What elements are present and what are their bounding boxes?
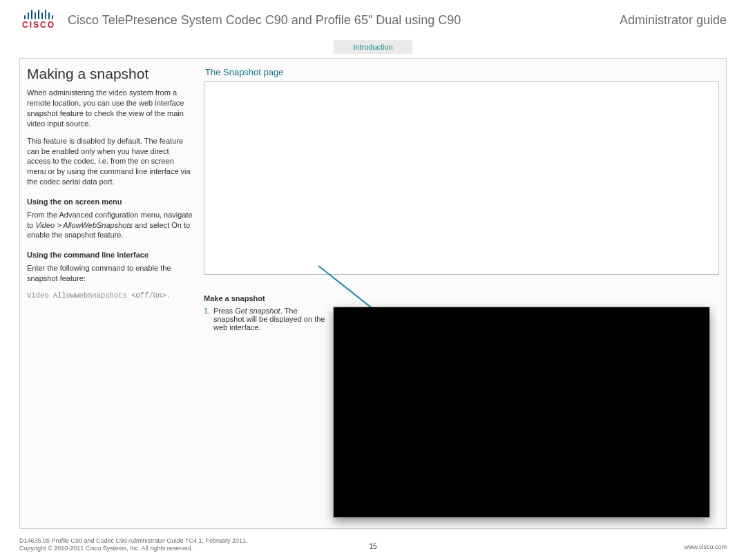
page-footer: D14635.05 Profile C90 and Codec C90 Admi… bbox=[19, 537, 727, 553]
steps-heading: Make a snapshot bbox=[204, 294, 328, 302]
intro-paragraph-1: When administering the video system from… bbox=[27, 88, 193, 128]
subnav: Introduction bbox=[0, 40, 746, 54]
cisco-logo-bars-icon bbox=[19, 8, 58, 19]
right-column: The Snapshot page Make a snapshot 1. Pre… bbox=[204, 64, 719, 521]
footer-copyright: Copyright © 2010-2011 Cisco Systems, Inc… bbox=[19, 545, 352, 553]
steps-block: Make a snapshot 1. Press Get snapshot. T… bbox=[204, 294, 328, 331]
intro-paragraph-2: This feature is disabled by default. The… bbox=[27, 136, 193, 187]
cisco-logo-text: CISCO bbox=[19, 20, 58, 30]
subheading-onscreen-menu: Using the on screen menu bbox=[27, 197, 193, 207]
section-heading: Making a snapshot bbox=[27, 64, 193, 84]
subheading-cli: Using the command line interface bbox=[27, 250, 193, 260]
footer-docid: D14635.05 Profile C90 and Codec C90 Admi… bbox=[19, 537, 352, 545]
step-1: 1. Press Get snapshot. The snapshot will… bbox=[204, 307, 328, 331]
document-title: Cisco TelePresence System Codec C90 and … bbox=[68, 13, 620, 28]
snapshot-empty-frame bbox=[204, 81, 719, 275]
content-frame: Making a snapshot When administering the… bbox=[19, 58, 727, 529]
snapshot-panel-title: The Snapshot page bbox=[205, 67, 719, 77]
page-header: CISCO Cisco TelePresence System Codec C9… bbox=[0, 0, 746, 33]
tab-introduction[interactable]: Introduction bbox=[334, 40, 412, 54]
step-text-emphasis: Get snapshot bbox=[235, 307, 280, 315]
footer-url: www.cisco.com bbox=[394, 543, 727, 553]
onscreen-menu-paragraph: From the Advanced configuration menu, na… bbox=[27, 210, 193, 241]
cli-paragraph: Enter the following command to enable th… bbox=[27, 263, 193, 284]
footer-page-number: 15 bbox=[352, 543, 394, 553]
step-number: 1. bbox=[204, 307, 213, 331]
p3-path-emphasis: Video > AllowWebSnapshots bbox=[35, 221, 133, 229]
step-text: Press Get snapshot. The snapshot will be… bbox=[213, 307, 328, 331]
cli-command: Video AllowWebSnapshots <Off/On>. bbox=[27, 291, 193, 300]
snapshot-preview-dark bbox=[334, 307, 709, 517]
cisco-logo: CISCO bbox=[19, 8, 58, 30]
footer-left: D14635.05 Profile C90 and Codec C90 Admi… bbox=[19, 537, 352, 553]
document-subtitle: Administrator guide bbox=[620, 13, 727, 28]
step-text-a: Press bbox=[213, 307, 235, 315]
left-column: Making a snapshot When administering the… bbox=[27, 64, 204, 521]
